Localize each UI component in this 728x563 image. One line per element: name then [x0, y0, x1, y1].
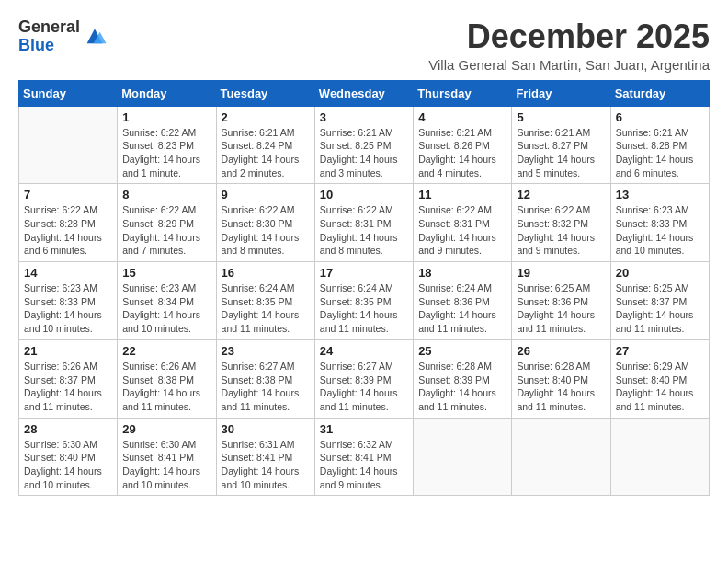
column-header-wednesday: Wednesday	[314, 80, 413, 106]
calendar-week-row: 21Sunrise: 6:26 AM Sunset: 8:37 PM Dayli…	[19, 339, 710, 418]
calendar-cell: 19Sunrise: 6:25 AM Sunset: 8:36 PM Dayli…	[512, 262, 610, 340]
day-number: 27	[616, 344, 704, 358]
calendar-cell: 13Sunrise: 6:23 AM Sunset: 8:33 PM Dayli…	[610, 184, 709, 262]
day-number: 13	[616, 188, 704, 201]
calendar-cell: 16Sunrise: 6:24 AM Sunset: 8:35 PM Dayli…	[216, 262, 314, 340]
day-info: Sunrise: 6:22 AM Sunset: 8:23 PM Dayligh…	[122, 126, 210, 180]
column-header-tuesday: Tuesday	[216, 80, 314, 106]
day-info: Sunrise: 6:24 AM Sunset: 8:35 PM Dayligh…	[320, 282, 408, 336]
day-info: Sunrise: 6:21 AM Sunset: 8:24 PM Dayligh…	[222, 126, 310, 180]
column-header-thursday: Thursday	[414, 80, 512, 106]
column-header-monday: Monday	[118, 80, 216, 106]
location-subtitle: Villa General San Martin, San Juan, Arge…	[428, 57, 710, 73]
day-info: Sunrise: 6:22 AM Sunset: 8:29 PM Dayligh…	[122, 203, 210, 258]
day-info: Sunrise: 6:21 AM Sunset: 8:28 PM Dayligh…	[616, 126, 704, 180]
day-number: 2	[222, 110, 310, 124]
calendar-cell: 30Sunrise: 6:31 AM Sunset: 8:41 PM Dayli…	[216, 418, 314, 496]
logo-icon	[82, 24, 108, 50]
day-info: Sunrise: 6:23 AM Sunset: 8:33 PM Dayligh…	[616, 203, 704, 258]
calendar-week-row: 14Sunrise: 6:23 AM Sunset: 8:33 PM Dayli…	[19, 262, 710, 340]
day-number: 22	[122, 344, 210, 358]
calendar-week-row: 28Sunrise: 6:30 AM Sunset: 8:40 PM Dayli…	[19, 418, 710, 496]
calendar-cell: 17Sunrise: 6:24 AM Sunset: 8:35 PM Dayli…	[314, 262, 413, 340]
day-number: 15	[122, 266, 210, 280]
title-section: December 2025 Villa General San Martin, …	[428, 18, 710, 73]
calendar-table: SundayMondayTuesdayWednesdayThursdayFrid…	[18, 80, 710, 497]
day-number: 16	[222, 266, 310, 280]
day-number: 25	[418, 344, 506, 358]
calendar-week-row: 1Sunrise: 6:22 AM Sunset: 8:23 PM Daylig…	[19, 106, 710, 184]
day-number: 31	[320, 422, 408, 436]
calendar-cell: 29Sunrise: 6:30 AM Sunset: 8:41 PM Dayli…	[118, 418, 216, 496]
day-info: Sunrise: 6:27 AM Sunset: 8:39 PM Dayligh…	[320, 360, 408, 414]
calendar-cell: 2Sunrise: 6:21 AM Sunset: 8:24 PM Daylig…	[216, 106, 314, 184]
day-info: Sunrise: 6:28 AM Sunset: 8:40 PM Dayligh…	[517, 360, 605, 414]
calendar-cell: 15Sunrise: 6:23 AM Sunset: 8:34 PM Dayli…	[118, 262, 216, 340]
day-info: Sunrise: 6:32 AM Sunset: 8:41 PM Dayligh…	[320, 438, 408, 492]
calendar-cell: 27Sunrise: 6:29 AM Sunset: 8:40 PM Dayli…	[610, 339, 709, 418]
day-number: 6	[616, 110, 704, 124]
day-number: 21	[24, 344, 112, 358]
calendar-cell: 11Sunrise: 6:22 AM Sunset: 8:31 PM Dayli…	[414, 184, 512, 262]
day-number: 4	[418, 110, 506, 124]
day-info: Sunrise: 6:22 AM Sunset: 8:28 PM Dayligh…	[24, 203, 112, 258]
day-info: Sunrise: 6:25 AM Sunset: 8:36 PM Dayligh…	[517, 282, 605, 336]
calendar-cell: 4Sunrise: 6:21 AM Sunset: 8:26 PM Daylig…	[414, 106, 512, 184]
calendar-cell	[610, 418, 709, 496]
calendar-cell: 14Sunrise: 6:23 AM Sunset: 8:33 PM Dayli…	[19, 262, 118, 340]
calendar-cell: 20Sunrise: 6:25 AM Sunset: 8:37 PM Dayli…	[610, 262, 709, 340]
day-number: 28	[24, 422, 112, 436]
day-number: 29	[122, 422, 210, 436]
day-info: Sunrise: 6:21 AM Sunset: 8:26 PM Dayligh…	[418, 126, 506, 180]
day-number: 20	[616, 266, 704, 280]
day-info: Sunrise: 6:22 AM Sunset: 8:32 PM Dayligh…	[517, 203, 605, 258]
calendar-cell: 8Sunrise: 6:22 AM Sunset: 8:29 PM Daylig…	[118, 184, 216, 262]
day-info: Sunrise: 6:21 AM Sunset: 8:25 PM Dayligh…	[320, 126, 408, 180]
day-info: Sunrise: 6:24 AM Sunset: 8:35 PM Dayligh…	[222, 282, 310, 336]
calendar-cell: 21Sunrise: 6:26 AM Sunset: 8:37 PM Dayli…	[19, 339, 118, 418]
day-info: Sunrise: 6:26 AM Sunset: 8:37 PM Dayligh…	[24, 360, 112, 414]
calendar-week-row: 7Sunrise: 6:22 AM Sunset: 8:28 PM Daylig…	[19, 184, 710, 262]
calendar-cell	[414, 418, 512, 496]
day-number: 17	[320, 266, 408, 280]
day-info: Sunrise: 6:22 AM Sunset: 8:31 PM Dayligh…	[418, 203, 506, 258]
day-number: 30	[222, 422, 310, 436]
calendar-cell: 3Sunrise: 6:21 AM Sunset: 8:25 PM Daylig…	[314, 106, 413, 184]
day-number: 14	[24, 266, 112, 280]
day-number: 26	[517, 344, 605, 358]
day-number: 23	[222, 344, 310, 358]
calendar-cell: 1Sunrise: 6:22 AM Sunset: 8:23 PM Daylig…	[118, 106, 216, 184]
page-header: GeneralBlue December 2025 Villa General …	[18, 18, 710, 73]
column-header-saturday: Saturday	[610, 80, 709, 106]
day-number: 11	[418, 188, 506, 201]
day-number: 10	[320, 188, 408, 201]
calendar-cell: 23Sunrise: 6:27 AM Sunset: 8:38 PM Dayli…	[216, 339, 314, 418]
calendar-cell	[19, 106, 118, 184]
day-number: 9	[222, 188, 310, 201]
day-number: 8	[122, 188, 210, 201]
calendar-cell: 18Sunrise: 6:24 AM Sunset: 8:36 PM Dayli…	[414, 262, 512, 340]
column-header-friday: Friday	[512, 80, 610, 106]
calendar-cell: 12Sunrise: 6:22 AM Sunset: 8:32 PM Dayli…	[512, 184, 610, 262]
calendar-cell: 9Sunrise: 6:22 AM Sunset: 8:30 PM Daylig…	[216, 184, 314, 262]
column-header-sunday: Sunday	[19, 80, 118, 106]
day-info: Sunrise: 6:23 AM Sunset: 8:33 PM Dayligh…	[24, 282, 112, 336]
day-number: 1	[122, 110, 210, 124]
day-info: Sunrise: 6:22 AM Sunset: 8:31 PM Dayligh…	[320, 203, 408, 258]
day-info: Sunrise: 6:26 AM Sunset: 8:38 PM Dayligh…	[122, 360, 210, 414]
day-info: Sunrise: 6:27 AM Sunset: 8:38 PM Dayligh…	[222, 360, 310, 414]
day-number: 7	[24, 188, 112, 201]
calendar-cell: 10Sunrise: 6:22 AM Sunset: 8:31 PM Dayli…	[314, 184, 413, 262]
day-number: 12	[517, 188, 605, 201]
calendar-cell: 6Sunrise: 6:21 AM Sunset: 8:28 PM Daylig…	[610, 106, 709, 184]
day-info: Sunrise: 6:28 AM Sunset: 8:39 PM Dayligh…	[418, 360, 506, 414]
calendar-cell: 7Sunrise: 6:22 AM Sunset: 8:28 PM Daylig…	[19, 184, 118, 262]
day-number: 24	[320, 344, 408, 358]
calendar-cell: 24Sunrise: 6:27 AM Sunset: 8:39 PM Dayli…	[314, 339, 413, 418]
logo-text: GeneralBlue	[18, 18, 80, 55]
calendar-cell	[512, 418, 610, 496]
day-info: Sunrise: 6:25 AM Sunset: 8:37 PM Dayligh…	[616, 282, 704, 336]
day-info: Sunrise: 6:29 AM Sunset: 8:40 PM Dayligh…	[616, 360, 704, 414]
month-title: December 2025	[428, 18, 710, 55]
day-info: Sunrise: 6:31 AM Sunset: 8:41 PM Dayligh…	[222, 438, 310, 492]
